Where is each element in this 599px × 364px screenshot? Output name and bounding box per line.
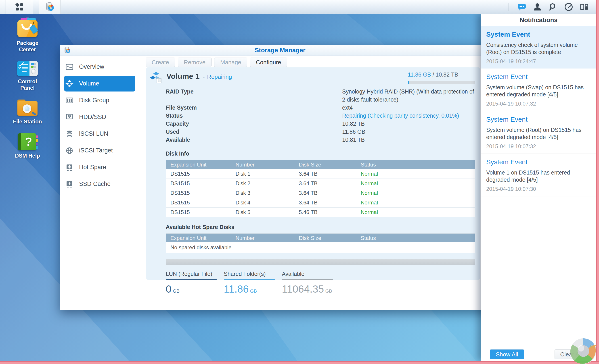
- taskbar-divider: [509, 3, 509, 11]
- table-row[interactable]: DS1515 Disk 3 3.64 TB Normal: [166, 188, 475, 198]
- table-row[interactable]: DS1515 Disk 5 5.46 TB Normal: [166, 207, 475, 217]
- hot-spare-table-header: Expansion Unit Number Disk Size Status: [166, 234, 475, 242]
- table-row[interactable]: DS1515 Disk 4 3.64 TB Normal: [166, 198, 475, 207]
- disk-group-icon: [65, 96, 74, 105]
- desktop-icon-control-panel[interactable]: Control Panel: [13, 61, 42, 91]
- window-body: Overview Volume Disk Group HDD/SSD: [60, 56, 500, 310]
- sidebar-item-overview[interactable]: Overview: [60, 59, 139, 75]
- taskbar: [0, 0, 599, 14]
- cell-number: Disk 2: [235, 180, 299, 187]
- taskbar-stub-button[interactable]: [0, 0, 6, 14]
- table-row[interactable]: DS1515 Disk 2 3.64 TB Normal: [166, 179, 475, 188]
- sidebar-item-hot-spare[interactable]: Hot Spare: [60, 159, 139, 176]
- chat-icon[interactable]: [517, 2, 526, 11]
- sidebar-item-iscsi-target[interactable]: iSCSI Target: [60, 142, 139, 159]
- window-titlebar[interactable]: Storage Manager ?: [60, 45, 500, 56]
- cell-number: Disk 1: [235, 171, 299, 177]
- column-header[interactable]: Expansion Unit: [166, 162, 235, 168]
- cell-disk-size: 5.46 TB: [299, 209, 361, 215]
- notification-item[interactable]: System Event System volume (Root) on DS1…: [481, 111, 596, 154]
- column-header[interactable]: Number: [235, 235, 299, 241]
- iscsi-lun-icon: [65, 129, 74, 139]
- cell-expansion-unit: DS1515: [166, 209, 235, 215]
- sidebar-item-ssd-cache[interactable]: SSD Cache: [60, 176, 139, 192]
- notification-time: 2015-04-19 10:07:32: [486, 101, 591, 107]
- remove-button[interactable]: Remove: [178, 58, 211, 67]
- cell-expansion-unit: DS1515: [166, 180, 235, 187]
- detail-row: Status Repairing (Checking parity consis…: [166, 112, 475, 120]
- desktop-icon-label: Package Center: [13, 40, 42, 53]
- cell-status: Normal: [361, 180, 475, 187]
- create-button[interactable]: Create: [146, 58, 175, 67]
- sidebar-item-volume[interactable]: Volume: [64, 76, 135, 92]
- pilot-view-icon[interactable]: [580, 2, 589, 11]
- legend-label: LUN (Regular File): [166, 270, 217, 279]
- taskbar-tray: [509, 0, 599, 14]
- notification-item[interactable]: System Event System volume (Swap) on DS1…: [481, 69, 596, 111]
- watermark-text: KG: [590, 344, 597, 349]
- column-header[interactable]: Expansion Unit: [166, 235, 235, 241]
- detail-label: RAID Type: [166, 87, 342, 104]
- notification-item[interactable]: System Event Volume 1 on DS1515 has ente…: [481, 154, 596, 196]
- sidebar-item-hdd-ssd[interactable]: HDD/SSD: [60, 109, 139, 125]
- detail-value: 10.81 TB: [342, 136, 475, 144]
- detail-row: Available 10.81 TB: [166, 136, 475, 144]
- desktop-icon-package-center[interactable]: Package Center: [13, 18, 42, 53]
- volume-details: RAID Type Synology Hybrid RAID (SHR) (Wi…: [166, 87, 475, 144]
- usage-progress-fill: [408, 81, 409, 84]
- legend-rule: [282, 279, 333, 280]
- detail-label: Used: [166, 128, 342, 136]
- storage-manager-icon: [45, 2, 55, 12]
- notification-body: Volume 1 on DS1515 has entered degraded …: [486, 169, 591, 183]
- search-icon[interactable]: [548, 2, 557, 11]
- legend-available: Available 11064.35GB: [282, 270, 333, 295]
- show-all-button[interactable]: Show All: [490, 349, 524, 359]
- cell-status: Normal: [361, 199, 475, 206]
- legend-rule: [224, 279, 275, 280]
- hot-spare-icon: [65, 163, 74, 172]
- cell-status: Normal: [361, 190, 475, 196]
- notification-time: 2015-04-19 10:24:47: [486, 58, 591, 64]
- sidebar-item-label: iSCSI Target: [79, 147, 113, 154]
- detail-value: 10.82 TB: [342, 120, 475, 128]
- column-header[interactable]: Status: [361, 162, 475, 168]
- notification-body: Consistency check of system volume (Root…: [486, 41, 591, 56]
- user-icon[interactable]: [533, 2, 542, 11]
- system-health-icon[interactable]: [564, 2, 573, 11]
- disk-info-heading: Disk Info: [166, 150, 475, 157]
- volume-title-block: Volume 1 - Repairing: [166, 71, 408, 81]
- storage-manager-taskbar-button[interactable]: [39, 0, 61, 14]
- sidebar-item-iscsi-lun[interactable]: iSCSI LUN: [60, 125, 139, 142]
- configure-button[interactable]: Configure: [250, 58, 287, 67]
- cell-number: Disk 3: [235, 190, 299, 196]
- legend-value: 0: [166, 283, 172, 295]
- table-row[interactable]: DS1515 Disk 1 3.64 TB Normal: [166, 169, 475, 179]
- usage-total: / 10.82 TB: [431, 71, 458, 78]
- sidebar-item-label: Disk Group: [79, 97, 109, 104]
- main-menu-button[interactable]: [6, 0, 33, 14]
- column-header[interactable]: Disk Size: [299, 162, 361, 168]
- volume-usage: 11.86 GB / 10.82 TB: [408, 71, 475, 84]
- hdd-icon: [65, 113, 74, 122]
- storage-manager-window: Storage Manager ? Overview Volume: [60, 45, 500, 310]
- notification-item[interactable]: System Event Consistency check of system…: [481, 26, 596, 69]
- manage-button[interactable]: Manage: [214, 58, 247, 67]
- sidebar-item-disk-group[interactable]: Disk Group: [60, 92, 139, 109]
- desktop-icon-dsm-help[interactable]: ? DSM Help: [13, 133, 42, 159]
- column-header[interactable]: Disk Size: [299, 235, 361, 241]
- notifications-panel: Notifications System Event Consistency c…: [481, 14, 596, 361]
- notification-title: System Event: [486, 116, 591, 123]
- sidebar-item-label: iSCSI LUN: [79, 130, 108, 137]
- notification-body: System volume (Root) on DS1515 has enter…: [486, 126, 591, 141]
- volume-state-dash: -: [203, 73, 205, 80]
- cell-disk-size: 3.64 TB: [299, 199, 361, 206]
- legend-shared-folders: Shared Folder(s) 11.86GB: [224, 270, 275, 295]
- usage-used: 11.86 GB: [408, 71, 431, 78]
- package-center-icon: [18, 18, 37, 37]
- sidebar-item-label: Volume: [79, 80, 99, 87]
- desktop-icon-file-station[interactable]: File Station: [13, 100, 42, 125]
- column-header[interactable]: Number: [235, 162, 299, 168]
- notification-time: 2015-04-19 10:07:32: [486, 143, 591, 149]
- legend-unit: GB: [173, 288, 180, 294]
- column-header[interactable]: Status: [361, 235, 475, 241]
